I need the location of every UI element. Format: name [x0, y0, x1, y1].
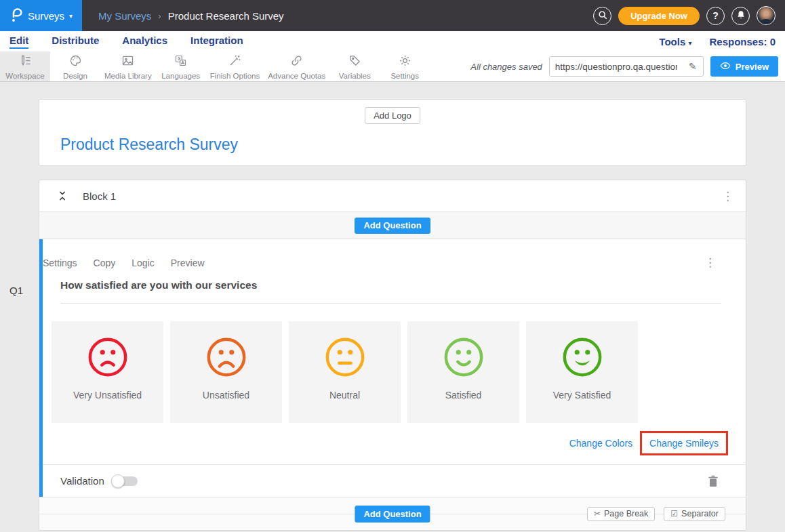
- languages-icon: [174, 54, 188, 70]
- toolbar-item-design[interactable]: Design: [50, 52, 100, 81]
- bell-icon: [736, 10, 746, 22]
- save-status-text: All changes saved: [470, 62, 542, 72]
- unsatisfied-smiley-icon: [205, 336, 247, 378]
- design-icon: [68, 54, 83, 70]
- topbar-actions: Upgrade Now ?: [593, 6, 785, 25]
- upgrade-now-button[interactable]: Upgrade Now: [618, 7, 700, 25]
- notifications-button[interactable]: [731, 7, 750, 25]
- question-copy-link[interactable]: Copy: [94, 258, 116, 268]
- annotation-highlight-box: Change Smileys: [640, 431, 728, 455]
- tab-edit[interactable]: Edit: [9, 35, 28, 49]
- responses-count[interactable]: Responses: 0: [709, 36, 776, 47]
- neutral-smiley-icon: [324, 336, 366, 378]
- separator-button[interactable]: ☑ Separator: [664, 507, 725, 521]
- question-text[interactable]: How satisfied are you with our services: [60, 279, 721, 304]
- validation-row: Validation: [43, 464, 746, 497]
- toolbar-item-settings[interactable]: Settings: [380, 52, 430, 81]
- block-card: Block 1 ⋮ Add Question Settings Copy Log…: [39, 180, 746, 531]
- search-button[interactable]: [593, 7, 611, 25]
- survey-title[interactable]: Product Research Survey: [60, 136, 238, 154]
- edit-url-pencil-icon[interactable]: ✎: [683, 57, 703, 76]
- breadcrumb-current: Product Research Survey: [168, 10, 284, 22]
- top-header: Surveys ▾ My Surveys › Product Research …: [0, 0, 785, 31]
- settings-icon: [398, 54, 412, 70]
- question-actions: Settings Copy Logic Preview ⋮: [43, 239, 746, 268]
- block-title[interactable]: Block 1: [83, 190, 116, 202]
- toolbar-item-workspace[interactable]: Workspace: [0, 52, 50, 81]
- section-nav: Edit Distribute Analytics Integration To…: [0, 31, 785, 52]
- person-silhouette-icon: [757, 7, 775, 24]
- nav-tabs: Edit Distribute Analytics Integration: [9, 35, 243, 49]
- change-smileys-link[interactable]: Change Smileys: [649, 438, 719, 449]
- tools-dropdown[interactable]: Tools ▾: [659, 36, 691, 47]
- toolbar-item-variables[interactable]: Variables: [329, 52, 380, 81]
- media-library-icon: [121, 54, 135, 70]
- tab-integration[interactable]: Integration: [190, 35, 243, 49]
- breadcrumb: My Surveys › Product Research Survey: [98, 10, 284, 22]
- chevron-down-icon: ▾: [688, 39, 691, 47]
- tab-analytics[interactable]: Analytics: [122, 35, 167, 49]
- scissors-icon: ✂: [594, 509, 601, 518]
- smiley-option-satisfied[interactable]: Satisfied: [407, 321, 519, 423]
- toolbar-item-languages[interactable]: Languages: [156, 52, 206, 81]
- question-card: Settings Copy Logic Preview ⋮ How satisf…: [39, 239, 746, 497]
- variables-icon: [348, 54, 362, 70]
- search-icon: [598, 10, 607, 22]
- very-unsatisfied-smiley-icon: [87, 336, 129, 378]
- add-question-strip-top: Add Question: [39, 212, 746, 239]
- survey-url-box: ✎: [549, 56, 704, 77]
- toolbar-item-finish-options[interactable]: Finish Options: [206, 52, 264, 81]
- preview-button[interactable]: Preview: [710, 56, 778, 77]
- block-footer: Add Question ✂ Page Break ☑ Separator: [39, 497, 746, 530]
- smiley-scale: Very Unsatisfied Unsatisfied Neutral Sat…: [52, 321, 746, 423]
- advance-quotas-icon: [289, 54, 304, 70]
- toolbar-item-media-library[interactable]: Media Library: [100, 52, 156, 81]
- toolbar-item-advance-quotas[interactable]: Advance Quotas: [264, 52, 329, 81]
- question-logic-link[interactable]: Logic: [132, 258, 154, 268]
- question-index: Q1: [9, 285, 23, 296]
- smiley-option-very-satisfied[interactable]: Very Satisfied: [526, 321, 638, 423]
- validation-toggle[interactable]: [113, 476, 138, 486]
- delete-question-button[interactable]: [708, 475, 719, 487]
- finish-options-icon: [228, 54, 242, 70]
- eye-icon: [720, 62, 731, 72]
- survey-url-input[interactable]: [550, 57, 683, 76]
- smiley-config-links: Change Colors Change Smileys: [43, 431, 728, 455]
- add-logo-button[interactable]: Add Logo: [365, 107, 420, 124]
- help-button[interactable]: ?: [706, 7, 725, 25]
- survey-header-card: Add Logo Product Research Survey: [39, 99, 746, 166]
- satisfied-smiley-icon: [443, 336, 485, 378]
- smiley-option-neutral[interactable]: Neutral: [289, 321, 401, 423]
- breadcrumb-separator-icon: ›: [158, 11, 161, 21]
- product-switcher[interactable]: Surveys ▾: [0, 0, 82, 31]
- add-question-button-bottom[interactable]: Add Question: [355, 506, 430, 523]
- block-header: Block 1 ⋮: [39, 180, 746, 212]
- editor-toolbar: Workspace Design Media Library Languages…: [0, 52, 785, 82]
- user-avatar[interactable]: [757, 6, 776, 25]
- toggle-knob: [111, 474, 125, 488]
- trash-icon: [708, 475, 719, 487]
- collapse-block-icon[interactable]: [57, 189, 68, 203]
- breadcrumb-my-surveys[interactable]: My Surveys: [98, 10, 151, 22]
- editor-canvas: Q1 Add Logo Product Research Survey Bloc…: [0, 82, 785, 532]
- smiley-option-unsatisfied[interactable]: Unsatisfied: [170, 321, 282, 423]
- change-colors-link[interactable]: Change Colors: [569, 438, 632, 449]
- question-more-menu-icon[interactable]: ⋮: [704, 257, 716, 268]
- very-satisfied-smiley-icon: [561, 336, 603, 378]
- chevron-down-icon: ▾: [69, 12, 73, 20]
- block-more-menu-icon[interactable]: ⋮: [722, 190, 733, 202]
- page-break-button[interactable]: ✂ Page Break: [587, 507, 655, 521]
- smiley-option-very-unsatisfied[interactable]: Very Unsatisfied: [52, 321, 163, 423]
- add-question-button-top[interactable]: Add Question: [355, 218, 430, 234]
- questionpro-logo-icon: [9, 7, 23, 25]
- tab-distribute[interactable]: Distribute: [52, 35, 99, 49]
- checkbox-icon: ☑: [670, 509, 678, 518]
- question-settings-link[interactable]: Settings: [43, 258, 77, 268]
- validation-label: Validation: [60, 475, 104, 487]
- workspace-icon: [18, 54, 33, 70]
- question-preview-link[interactable]: Preview: [171, 258, 205, 268]
- product-menu-label: Surveys: [28, 10, 64, 22]
